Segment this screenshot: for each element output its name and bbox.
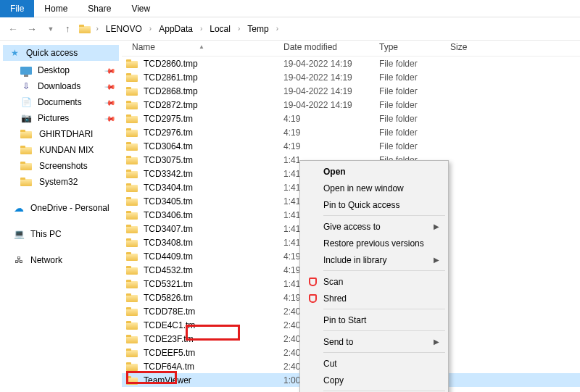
sidebar-label: Downloads — [38, 81, 80, 91]
file-row[interactable]: TCD2975.tm4:19File folder — [122, 112, 580, 125]
file-name: TCD3406.tm — [144, 210, 193, 220]
ctx-give-access[interactable]: Give access to▶ — [302, 218, 447, 235]
recent-dropdown[interactable]: ▼ — [44, 25, 58, 33]
sidebar-item-system32[interactable]: System32 — [3, 174, 119, 190]
file-name: TCD3407.tm — [144, 224, 193, 234]
column-type[interactable]: Type — [379, 42, 450, 52]
ctx-open-new-window[interactable]: Open in new window — [302, 180, 447, 196]
folder-icon — [126, 156, 138, 164]
sidebar-label: Network — [30, 255, 62, 265]
ctx-shred[interactable]: Shred — [302, 290, 447, 306]
folder-icon — [126, 252, 138, 261]
file-row[interactable]: TCD2868.tmp19-04-2022 14:19File folder — [122, 84, 580, 98]
column-date[interactable]: Date modified — [283, 42, 379, 52]
file-list-pane: Name▲ Date modified Type Size TCD2860.tm… — [122, 41, 580, 392]
folder-icon — [126, 238, 138, 247]
file-row[interactable]: TCD3064.tm4:19File folder — [122, 139, 580, 153]
folder-icon — [126, 87, 138, 96]
sidebar-label: GHIRTDHARI — [39, 129, 93, 139]
file-name: TCD2868.tmp — [144, 86, 198, 96]
sidebar-item-screenshots[interactable]: Screenshots — [3, 158, 119, 174]
folder-icon — [126, 376, 138, 385]
ctx-separator — [323, 309, 445, 309]
chevron-right-icon[interactable]: › — [235, 25, 243, 33]
folder-icon — [126, 225, 138, 233]
ctx-restore-versions[interactable]: Restore previous versions — [302, 235, 447, 251]
file-name: TCD3075.tm — [144, 155, 193, 165]
sidebar-item-desktop[interactable]: Desktop📌 — [3, 62, 119, 78]
file-name: TCD2975.tm — [144, 114, 193, 124]
ctx-send-to[interactable]: Send to▶ — [302, 333, 447, 350]
column-headers: Name▲ Date modified Type Size — [122, 41, 580, 57]
folder-icon — [20, 178, 32, 186]
chevron-right-icon[interactable]: › — [146, 25, 154, 33]
file-date: 19-04-2022 14:19 — [283, 72, 379, 83]
breadcrumb[interactable]: › LENOVO › AppData › Local › Temp › — [78, 21, 575, 37]
chevron-right-icon[interactable]: › — [197, 25, 205, 33]
folder-icon — [126, 211, 138, 220]
ctx-label: Give access to — [323, 222, 381, 232]
chevron-right-icon[interactable]: › — [273, 25, 281, 33]
folder-icon — [126, 101, 138, 109]
column-name-label: Name — [132, 42, 155, 52]
forward-button[interactable]: → — [25, 23, 39, 35]
file-name: TCD4409.tm — [144, 251, 193, 262]
chevron-right-icon[interactable]: › — [94, 25, 102, 33]
pin-icon: 📌 — [104, 112, 116, 124]
sidebar-item-pictures[interactable]: 📷Pictures📌 — [3, 110, 119, 126]
back-button[interactable]: ← — [6, 23, 20, 35]
crumb-appdata[interactable]: AppData — [156, 24, 196, 34]
file-name: TCD2861.tmp — [144, 72, 198, 83]
tab-home[interactable]: Home — [34, 0, 78, 17]
sidebar-quick-access[interactable]: ★ Quick access — [3, 45, 119, 61]
ctx-include-library[interactable]: Include in library▶ — [302, 251, 447, 268]
sidebar-network[interactable]: 🖧Network — [3, 252, 119, 268]
crumb-lenovo[interactable]: LENOVO — [103, 24, 145, 34]
sidebar-item-downloads[interactable]: ⇩Downloads📌 — [3, 78, 119, 94]
ctx-separator — [323, 352, 445, 353]
file-name: TCD3404.tm — [144, 183, 193, 193]
file-name: TCDD78E.tm — [144, 306, 195, 317]
ctx-pin-start[interactable]: Pin to Start — [302, 312, 447, 328]
pin-icon: 📌 — [104, 64, 116, 76]
ctx-label: Include in library — [323, 255, 386, 265]
ctx-scan[interactable]: Scan — [302, 273, 447, 290]
file-name: TCDE23F.tm — [144, 334, 194, 344]
file-row[interactable]: TCD2860.tmp19-04-2022 14:19File folder — [122, 57, 580, 70]
file-name: TCD3342.tm — [144, 169, 193, 179]
sidebar-item-kundan[interactable]: KUNDAN MIX — [3, 142, 119, 158]
file-name: TCD3408.tm — [144, 238, 193, 248]
ribbon: File Home Share View — [0, 0, 580, 17]
file-date: 4:19 — [283, 114, 379, 124]
file-type: File folder — [379, 100, 450, 110]
tab-file[interactable]: File — [0, 0, 34, 17]
crumb-temp[interactable]: Temp — [244, 24, 271, 34]
ctx-pin-quick-access[interactable]: Pin to Quick access — [302, 196, 447, 213]
file-row[interactable]: TCD2861.tmp19-04-2022 14:19File folder — [122, 70, 580, 84]
tab-share[interactable]: Share — [78, 0, 121, 17]
ctx-open[interactable]: Open — [302, 163, 447, 180]
file-row[interactable]: TCD2976.tm4:19File folder — [122, 125, 580, 139]
folder-icon — [20, 146, 32, 154]
up-button[interactable]: ↑ — [65, 23, 70, 34]
sidebar-this-pc[interactable]: 💻This PC — [3, 226, 119, 242]
download-icon: ⇩ — [20, 80, 32, 92]
sidebar-item-ghirtdhari[interactable]: GHIRTDHARI — [3, 126, 119, 142]
chevron-right-icon: ▶ — [434, 338, 439, 346]
crumb-local[interactable]: Local — [207, 24, 233, 34]
column-name[interactable]: Name▲ — [122, 42, 283, 52]
file-row[interactable]: TCD2872.tmp19-04-2022 14:19File folder — [122, 98, 580, 112]
tab-view[interactable]: View — [121, 0, 160, 17]
sidebar-item-documents[interactable]: 📄Documents📌 — [3, 94, 119, 110]
ctx-copy[interactable]: Copy — [302, 372, 447, 388]
sidebar-onedrive[interactable]: ☁OneDrive - Personal — [3, 200, 119, 216]
ctx-separator — [323, 215, 445, 216]
folder-icon — [126, 142, 138, 151]
ctx-cut[interactable]: Cut — [302, 355, 447, 372]
file-name: TCD4532.tm — [144, 265, 193, 275]
file-date: 19-04-2022 14:19 — [283, 59, 379, 69]
folder-icon — [126, 307, 138, 316]
file-name: TCDE4C1.tm — [144, 320, 195, 330]
column-size[interactable]: Size — [450, 42, 494, 52]
pc-icon: 💻 — [13, 228, 25, 240]
